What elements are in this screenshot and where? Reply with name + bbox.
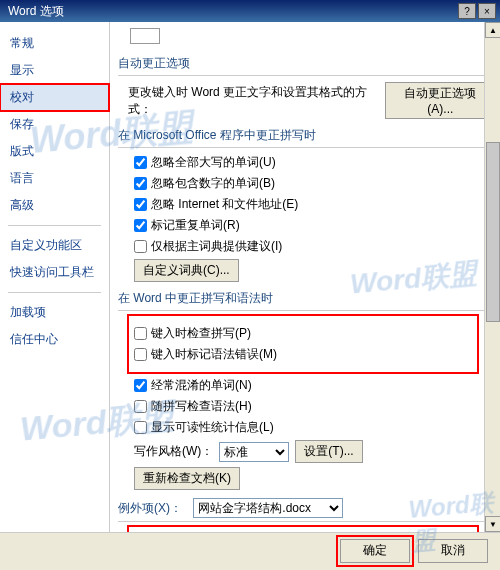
lbl-main-dict-only: 仅根据主词典提供建议(I) [151,238,282,255]
header-icon [130,28,160,44]
section-office-spelling: 在 Microsoft Office 程序中更正拼写时 [118,127,496,148]
separator [8,292,101,293]
close-button[interactable]: × [478,3,496,19]
cb-confused-words[interactable] [134,379,147,392]
writing-style-select[interactable]: 标准 [219,442,289,462]
sidebar-item-layout[interactable]: 版式 [0,138,109,165]
cb-main-dict-only[interactable] [134,240,147,253]
lbl-flag-repeated: 标记重复单词(R) [151,217,240,234]
lbl-ignore-uppercase: 忽略全部大写的单词(U) [151,154,276,171]
ok-button[interactable]: 确定 [340,539,410,563]
cb-grammar-with-spelling[interactable] [134,400,147,413]
scroll-thumb[interactable] [486,142,500,322]
scroll-down-button[interactable]: ▼ [485,516,500,532]
lbl-ignore-numbers: 忽略包含数字的单词(B) [151,175,275,192]
section-exceptions: 例外项(X)： 网站金字塔结构.docx [118,498,496,522]
exceptions-doc-select[interactable]: 网站金字塔结构.docx [193,498,343,518]
lbl-readability: 显示可读性统计信息(L) [151,419,274,436]
help-button[interactable]: ? [458,3,476,19]
window-title: Word 选项 [4,3,456,20]
sidebar-item-advanced[interactable]: 高级 [0,192,109,219]
sidebar-item-proofing[interactable]: 校对 [0,84,109,111]
lbl-ignore-internet: 忽略 Internet 和文件地址(E) [151,196,298,213]
scroll-up-button[interactable]: ▲ [485,22,500,38]
lbl-mark-grammar: 键入时标记语法错误(M) [151,346,277,363]
sidebar-item-language[interactable]: 语言 [0,165,109,192]
cb-ignore-uppercase[interactable] [134,156,147,169]
lbl-check-spelling: 键入时检查拼写(P) [151,325,251,342]
sidebar-item-display[interactable]: 显示 [0,57,109,84]
sidebar-item-ribbon[interactable]: 自定义功能区 [0,232,109,259]
custom-dictionaries-button[interactable]: 自定义词典(C)... [134,259,239,282]
footer: 确定 取消 [0,532,500,568]
autocorrect-options-button[interactable]: 自动更正选项(A)... [385,82,496,119]
lbl-grammar-with-spelling: 随拼写检查语法(H) [151,398,252,415]
recheck-button[interactable]: 重新检查文档(K) [134,467,240,490]
scrollbar[interactable]: ▲ ▼ [484,22,500,532]
sidebar-item-general[interactable]: 常规 [0,30,109,57]
main-panel: 自动更正选项 更改键入时 Word 更正文字和设置其格式的方式： 自动更正选项(… [110,22,500,532]
section-word-spelling: 在 Word 中更正拼写和语法时 [118,290,496,311]
sidebar: 常规 显示 校对 保存 版式 语言 高级 自定义功能区 快速访问工具栏 加载项 … [0,22,110,532]
sidebar-item-save[interactable]: 保存 [0,111,109,138]
titlebar: Word 选项 ? × [0,0,500,22]
sidebar-item-trust[interactable]: 信任中心 [0,326,109,353]
sidebar-item-addins[interactable]: 加载项 [0,299,109,326]
cb-ignore-internet[interactable] [134,198,147,211]
autocorrect-desc: 更改键入时 Word 更正文字和设置其格式的方式： [128,84,379,118]
lbl-confused-words: 经常混淆的单词(N) [151,377,252,394]
cb-readability[interactable] [134,421,147,434]
separator [8,225,101,226]
writing-style-label: 写作风格(W)： [134,443,213,460]
section-autocorrect: 自动更正选项 [118,55,496,76]
cb-mark-grammar[interactable] [134,348,147,361]
sidebar-item-qat[interactable]: 快速访问工具栏 [0,259,109,286]
cancel-button[interactable]: 取消 [418,539,488,563]
cb-ignore-numbers[interactable] [134,177,147,190]
cb-flag-repeated[interactable] [134,219,147,232]
exceptions-label: 例外项(X)： [118,501,182,515]
cb-check-spelling[interactable] [134,327,147,340]
settings-button[interactable]: 设置(T)... [295,440,362,463]
